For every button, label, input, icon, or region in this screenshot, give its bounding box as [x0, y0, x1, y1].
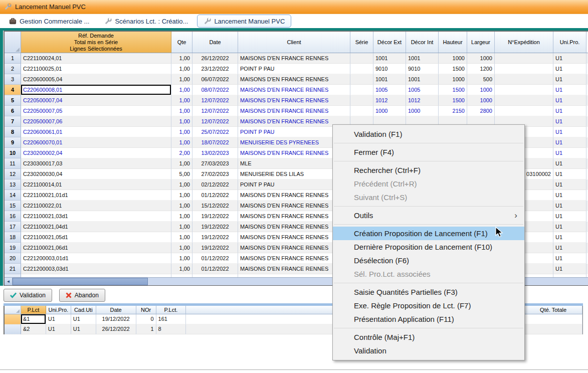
cell-serie[interactable]	[350, 64, 373, 74]
cell-date[interactable]: 26/12/2022	[192, 53, 238, 64]
cell-decor_ext[interactable]: 1001	[373, 53, 406, 64]
cell-ref[interactable]: C230300017,03	[21, 158, 171, 169]
cell-ref[interactable]: C220600070,01	[21, 137, 171, 148]
cell-num[interactable]: 4	[5, 85, 21, 95]
menu-item[interactable]: Présentation Application (F11)	[333, 312, 524, 326]
cell-date[interactable]: 15/12/2022	[192, 201, 238, 211]
tab-scenarios-lct[interactable]: Scénarios Lct. : Créatio...	[98, 15, 194, 27]
cell-date[interactable]: 01/12/2022	[192, 190, 238, 201]
column-header-unipro[interactable]: Uni.Pro.	[46, 306, 71, 314]
menu-item[interactable]: Dernière Proposition de Lancement (F10)	[333, 240, 524, 254]
cell-qte[interactable]: 1,00	[171, 190, 192, 201]
cell-num[interactable]	[5, 274, 21, 277]
cell-date[interactable]: 12/07/2022	[192, 95, 238, 106]
cell-unipro[interactable]: U1	[553, 127, 586, 137]
cell-hauteur[interactable]: 1500	[439, 64, 467, 74]
table-row[interactable]: 3C220600005,041,0006/07/2022MAISONS D'EN…	[5, 74, 588, 85]
cell-num[interactable]: 2	[5, 64, 21, 74]
cell-qte[interactable]: 1,00	[171, 64, 192, 74]
cell-expedition[interactable]	[495, 85, 553, 95]
cell-nor[interactable]: 0	[136, 314, 156, 324]
cell-qte[interactable]: 1,00	[171, 264, 192, 274]
cell-ref[interactable]: C221100022,01	[21, 201, 171, 211]
cell-ref[interactable]: C221100021,05d1	[21, 232, 171, 243]
table-row[interactable]: 6C220500007,051,0012/07/2022MAISONS D'EN…	[5, 106, 588, 116]
tab-lancement-manuel-pvc[interactable]: Lancement Manuel PVC	[197, 15, 291, 28]
cell-num[interactable]: 14	[5, 190, 21, 201]
cell-ref[interactable]: C220500007,05	[21, 106, 171, 116]
tab-gestion-commerciale[interactable]: Gestion Commerciale ...	[3, 15, 95, 27]
table-row[interactable]: 5C220500007,041,0012/07/2022MAISONS D'EN…	[5, 95, 588, 106]
cell-date[interactable]: 19/12/2022	[192, 222, 238, 232]
cell-date[interactable]: 26/12/2022	[96, 324, 136, 334]
cell-unipro[interactable]: U1	[553, 253, 586, 264]
menu-item[interactable]: Rechercher (Ctrl+F)	[333, 163, 524, 177]
cell-num[interactable]: 1	[5, 53, 21, 64]
cell-hauteur[interactable]: 1500	[439, 85, 467, 95]
cell-ref[interactable]: C221200003,04d1	[21, 274, 171, 277]
cell-date[interactable]: 19/12/2022	[192, 232, 238, 243]
column-header-plct[interactable]: P.Lct	[21, 306, 46, 314]
cell-qte[interactable]: 1,00	[171, 253, 192, 264]
cell-qte[interactable]: 1,00	[171, 211, 192, 222]
cell-ref[interactable]: C230200002,04	[21, 148, 171, 158]
cell-largeur[interactable]: 500	[467, 74, 495, 85]
cell-nor[interactable]: 1	[136, 324, 156, 334]
cell-num[interactable]: 9	[5, 137, 21, 148]
cell-num[interactable]: 16	[5, 211, 21, 222]
cell-date[interactable]: 08/07/2022	[192, 85, 238, 95]
column-header-qte[interactable]: Qte	[171, 32, 192, 53]
cell-largeur[interactable]: 1200	[467, 64, 495, 74]
column-header-decor-int[interactable]: Décor Int	[406, 32, 439, 53]
cell-ref[interactable]: C220500007,06	[21, 116, 171, 127]
cell-unipro[interactable]: U1	[553, 53, 586, 64]
scroll-left-arrow-icon[interactable]: ◄	[5, 278, 13, 285]
cell-qte[interactable]: 1,00	[171, 137, 192, 148]
cell-decor_int[interactable]: 1012	[406, 95, 439, 106]
cell-qte[interactable]: 1,00	[171, 243, 192, 253]
cell-date[interactable]: 23/12/2022	[192, 64, 238, 74]
cell-unipro[interactable]: U1	[553, 232, 586, 243]
cell-ref[interactable]: C221100024,01	[21, 53, 171, 64]
menu-item[interactable]: Outils›	[333, 209, 524, 222]
column-header-serie[interactable]: Série	[350, 32, 373, 53]
cell-expedition[interactable]	[495, 74, 553, 85]
menu-item[interactable]: Exe. Règle Proposition de Lct. (F7)	[333, 299, 524, 312]
cell-ref[interactable]: C221100025,01	[21, 64, 171, 74]
cell-date[interactable]: 13/02/2023	[192, 148, 238, 158]
cell-ref[interactable]: C221100021,01d1	[21, 190, 171, 201]
cell-qte[interactable]: 1,00	[171, 74, 192, 85]
cell-date[interactable]: 12/07/2022	[192, 116, 238, 127]
cell-decor_int[interactable]: 1000	[406, 106, 439, 116]
cell-expedition[interactable]	[495, 106, 553, 116]
cell-qte[interactable]: 1,00	[171, 274, 192, 277]
cell-unipro[interactable]: U1	[553, 201, 586, 211]
cell-qte[interactable]: 5,00	[171, 169, 192, 179]
cell-expedition[interactable]	[495, 95, 553, 106]
cell-plct[interactable]: &2	[21, 324, 46, 334]
cell-qte[interactable]: 2,00	[171, 148, 192, 158]
bottom-select-all-corner[interactable]	[5, 306, 21, 314]
cell-date[interactable]: 01/12/2022	[192, 253, 238, 264]
cell-unipro[interactable]: U1	[553, 116, 586, 127]
cell-num[interactable]: 19	[5, 243, 21, 253]
cell-date[interactable]: 18/07/2022	[192, 137, 238, 148]
cell-num[interactable]: 10	[5, 148, 21, 158]
cell-date[interactable]: 19/12/2022	[96, 314, 136, 324]
column-header-nor[interactable]: NOr	[136, 306, 156, 314]
cell-cadut[interactable]: U1	[71, 314, 96, 324]
cell-serie[interactable]	[350, 85, 373, 95]
cell-largeur[interactable]: 2800	[467, 106, 495, 116]
cell-ref[interactable]: C220600061,01	[21, 127, 171, 137]
cell-num[interactable]: 15	[5, 201, 21, 211]
row-indicator[interactable]	[5, 314, 21, 324]
cell-decor_int[interactable]: 1001	[406, 74, 439, 85]
cell-qte[interactable]: 1,00	[171, 232, 192, 243]
cell-date[interactable]: 25/07/2022	[192, 127, 238, 137]
cell-client[interactable]: MAISONS D'EN FRANCE RENNES	[238, 53, 350, 64]
select-all-corner[interactable]	[5, 32, 21, 53]
cell-num[interactable]: 20	[5, 253, 21, 264]
cell-date[interactable]: 01/12/2022	[192, 264, 238, 274]
cell-num[interactable]: 7	[5, 116, 21, 127]
column-header-unipro[interactable]: Uni.Pro.	[553, 32, 586, 53]
